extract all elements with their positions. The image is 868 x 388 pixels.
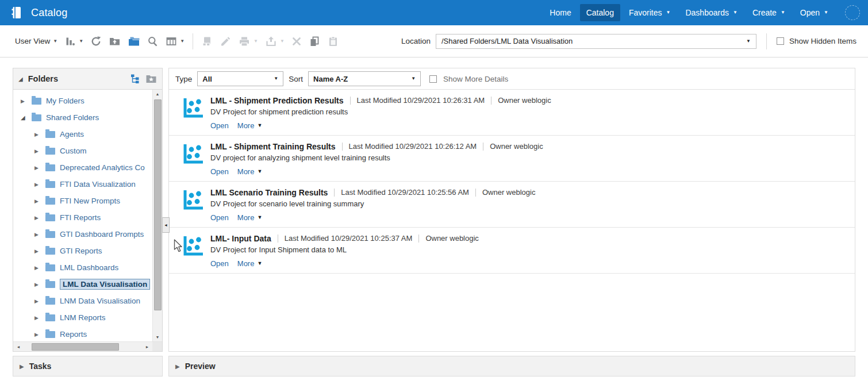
tree-item-lnm-reports[interactable]: ▶ LNM Reports xyxy=(13,309,152,326)
tree-item-gti-dashboard-prompts[interactable]: ▶ GTI Dashboard Prompts xyxy=(13,226,152,243)
item-last-modified: Last Modified 10/29/2021 10:26:31 AM xyxy=(357,96,485,105)
paste-button[interactable] xyxy=(324,33,342,49)
more-dropdown[interactable]: More ▼ xyxy=(237,167,263,176)
panel-splitter-handle[interactable]: ◄ xyxy=(162,217,170,233)
export-dropdown[interactable]: ▼ xyxy=(262,33,288,49)
expand-icon[interactable]: ▶ xyxy=(34,298,43,304)
open-link[interactable]: Open xyxy=(210,121,229,130)
type-select[interactable]: All ▼ xyxy=(197,71,283,86)
tree-item-label: Custom xyxy=(60,147,87,155)
tree-item-fti-reports[interactable]: ▶ FTI Reports xyxy=(13,209,152,226)
archive-button[interactable] xyxy=(198,33,216,49)
new-folder-button[interactable] xyxy=(124,33,144,49)
caret-down-icon: ▼ xyxy=(666,10,671,15)
expand-icon[interactable]: ▶ xyxy=(34,132,43,137)
more-dropdown[interactable]: More ▼ xyxy=(237,121,263,130)
item-title: LML - Shipment Training Results xyxy=(210,142,336,151)
tasks-panel-header[interactable]: ▶ Tasks xyxy=(13,356,163,377)
vertical-scrollbar[interactable]: ▲ ▼ xyxy=(152,90,162,341)
scroll-down-icon[interactable]: ▼ xyxy=(153,333,162,341)
open-label: Open xyxy=(210,259,229,268)
tree-item-fti-new-prompts[interactable]: ▶ FTI New Prompts xyxy=(13,193,152,209)
search-icon xyxy=(147,36,159,47)
tree-item-my-folders[interactable]: ▶ My Folders xyxy=(13,93,152,109)
user-avatar[interactable] xyxy=(845,5,860,20)
tree-view-button[interactable] xyxy=(130,74,140,84)
tree-item-deprecated-analytics[interactable]: ▶ Deprecated Analytics Co xyxy=(13,159,152,176)
open-link[interactable]: Open xyxy=(210,259,229,268)
meta-separator xyxy=(278,235,278,243)
scroll-right-icon[interactable]: ► xyxy=(142,342,152,351)
expand-icon[interactable]: ▶ xyxy=(34,265,43,271)
caret-down-icon: ▼ xyxy=(280,39,285,44)
nav-favorites[interactable]: Favorites ▼ xyxy=(623,4,677,21)
sort-label: Sort xyxy=(289,75,303,83)
tree-item-reports[interactable]: ▶ Reports xyxy=(13,326,152,341)
expand-icon[interactable]: ▶ xyxy=(34,248,43,254)
tree-item-gti-reports[interactable]: ▶ GTI Reports xyxy=(13,243,152,259)
show-more-details-checkbox[interactable] xyxy=(429,75,437,83)
folder-up-icon xyxy=(109,36,121,47)
view-type-dropdown[interactable]: ▼ xyxy=(61,33,87,49)
more-dropdown[interactable]: More ▼ xyxy=(237,213,263,222)
copy-button[interactable] xyxy=(305,33,324,49)
open-link[interactable]: Open xyxy=(210,167,229,176)
tree-item-lnm-data-visualisation[interactable]: ▶ LNM Data Visualisation xyxy=(13,293,152,309)
horizontal-scroll-track[interactable] xyxy=(24,343,142,351)
tree-item-custom[interactable]: ▶ Custom xyxy=(13,143,152,159)
expand-icon[interactable]: ▶ xyxy=(34,315,43,321)
expand-icon[interactable]: ▶ xyxy=(34,332,43,337)
dv-project-icon xyxy=(181,189,204,212)
item-owner: Owner weblogic xyxy=(490,142,543,151)
nav-open[interactable]: Open ▼ xyxy=(794,4,835,21)
delete-button[interactable] xyxy=(288,34,305,49)
folders-panel-header[interactable]: ◢ Folders xyxy=(13,68,162,90)
expand-tasks-icon: ▶ xyxy=(20,363,24,370)
nav-create[interactable]: Create ▼ xyxy=(746,4,792,21)
vertical-scroll-track[interactable] xyxy=(154,98,162,333)
tree-item-lml-dashboards[interactable]: ▶ LML Dashboards xyxy=(13,259,152,276)
refresh-button[interactable] xyxy=(87,33,105,49)
preview-panel-header[interactable]: ▶ Preview xyxy=(168,356,855,377)
location-combobox[interactable]: /Shared Folders/LML Data Visualisation ▼ xyxy=(436,34,756,49)
show-hidden-items-checkbox[interactable] xyxy=(777,37,784,45)
scroll-up-icon[interactable]: ▲ xyxy=(153,90,162,98)
tree-item-fti-data-visualization[interactable]: ▶ FTI Data Visualization xyxy=(13,176,152,193)
print-dropdown[interactable]: ▼ xyxy=(235,33,262,49)
expand-icon[interactable]: ▶ xyxy=(34,148,43,154)
expand-icon[interactable]: ▶ xyxy=(34,182,43,187)
collapse-icon[interactable]: ◢ xyxy=(21,114,29,121)
tree-item-agents[interactable]: ▶ Agents xyxy=(13,126,152,143)
search-button[interactable] xyxy=(144,33,162,49)
meta-separator xyxy=(483,143,483,151)
open-label: Open xyxy=(210,167,229,176)
tree-view-icon xyxy=(130,74,140,84)
tree-item-shared-folders[interactable]: ◢ Shared Folders xyxy=(13,109,152,126)
caret-down-icon: ▼ xyxy=(824,10,828,15)
expand-icon[interactable]: ▶ xyxy=(21,98,29,104)
expand-icon[interactable]: ▶ xyxy=(34,165,43,171)
more-dropdown[interactable]: More ▼ xyxy=(237,259,263,268)
expand-icon[interactable]: ▶ xyxy=(34,215,43,221)
scroll-left-icon[interactable]: ◄ xyxy=(13,342,24,351)
edit-button[interactable] xyxy=(216,33,235,49)
sort-select[interactable]: Name A-Z ▼ xyxy=(308,71,421,86)
show-more-details-label[interactable]: Show More Details xyxy=(443,75,508,83)
nav-catalog[interactable]: Catalog xyxy=(580,4,620,21)
list-view-dropdown[interactable]: ▼ xyxy=(162,33,188,49)
horizontal-scrollbar[interactable]: ◄ ► xyxy=(13,341,162,351)
horizontal-scroll-thumb[interactable] xyxy=(32,343,119,351)
tree-item-lml-data-visualisation[interactable]: ▶ LML Data Visualisation xyxy=(13,276,152,293)
nav-home[interactable]: Home xyxy=(543,4,577,21)
view-selector-dropdown[interactable]: User View ▼ xyxy=(11,34,61,48)
up-one-level-button[interactable] xyxy=(105,33,124,49)
nav-dashboards[interactable]: Dashboards ▼ xyxy=(679,4,743,21)
expand-icon[interactable]: ▶ xyxy=(34,232,43,237)
open-link[interactable]: Open xyxy=(210,213,229,222)
vertical-scroll-thumb[interactable] xyxy=(154,99,162,310)
expand-icon[interactable]: ▶ xyxy=(34,198,43,204)
expand-icon[interactable]: ▶ xyxy=(34,282,43,287)
show-hidden-items-label[interactable]: Show Hidden Items xyxy=(789,37,857,45)
collapse-panel-icon[interactable]: ◢ xyxy=(18,76,23,82)
favorites-folder-button[interactable] xyxy=(145,74,157,83)
